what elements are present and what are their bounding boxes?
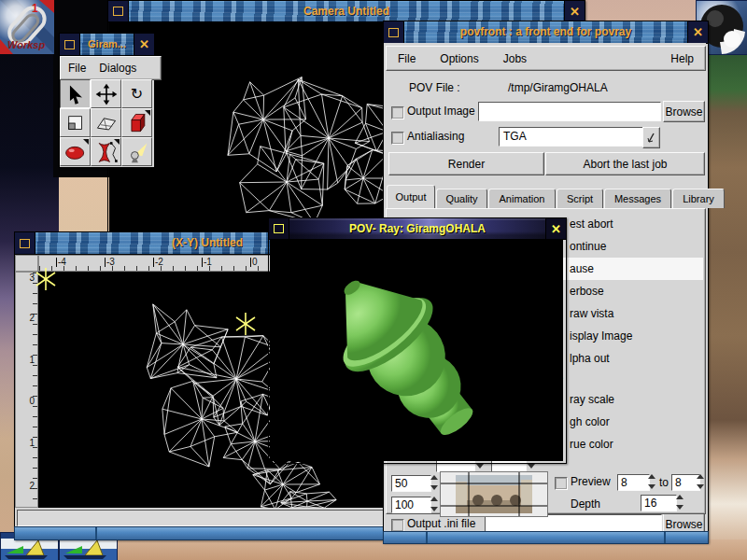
output-image-label: Output Image	[407, 105, 475, 118]
tab-output[interactable]: Output	[387, 185, 435, 208]
tab-script[interactable]: Script	[557, 189, 603, 208]
render-window: POV- Ray: GiramgOHALA ✕	[268, 217, 567, 464]
select-tool-button[interactable]	[60, 79, 91, 108]
ruler-label: 1	[29, 356, 35, 365]
output-ini-checkbox[interactable]	[391, 519, 404, 532]
scale-icon	[63, 111, 88, 135]
render-canvas[interactable]	[270, 239, 563, 461]
depth-label: Depth	[571, 497, 600, 511]
menu-file[interactable]: File	[68, 62, 86, 75]
background-cliff	[705, 0, 747, 560]
close-button[interactable]: ✕	[564, 1, 585, 21]
miniaturize-button[interactable]	[15, 232, 35, 254]
light-source-icon	[234, 313, 257, 335]
submenu-corner	[114, 139, 120, 145]
preview-photo	[441, 472, 547, 516]
light-icon	[124, 140, 150, 164]
tab-library[interactable]: Library	[672, 189, 725, 208]
box-tool-button[interactable]	[121, 108, 152, 137]
render-titlebar[interactable]: POV- Ray: GiramgOHALA ✕	[269, 218, 566, 240]
menu-jobs[interactable]: Jobs	[503, 52, 527, 65]
close-button[interactable]: ✕	[134, 34, 154, 55]
ruler-label: -1	[202, 258, 212, 267]
close-button[interactable]: ✕	[545, 218, 566, 239]
toolbox-titlebar[interactable]: Giram... ✕	[60, 34, 154, 56]
miniaturize-button[interactable]	[269, 218, 289, 239]
preview-to-label: to	[659, 476, 669, 489]
menu-options[interactable]: Options	[440, 52, 478, 65]
toolbox-window: Giram... ✕ File Dialogs ↻	[59, 33, 155, 168]
lathe-tool-button[interactable]	[91, 137, 121, 166]
move-tool-button[interactable]	[91, 79, 121, 108]
povfront-titlebar[interactable]: povfront : a front end for povray ✕	[384, 21, 708, 44]
output-image-browse-button[interactable]: Browse	[663, 101, 705, 122]
menu-help[interactable]: Help	[670, 52, 694, 65]
render-title: POV- Ray: GiramgOHALA	[289, 218, 545, 239]
desktop: 1 Worksp Camera Untitled ✕ Giram... ✕ Fi…	[0, 0, 747, 560]
light-tool-button[interactable]	[121, 137, 152, 166]
abort-button[interactable]: Abort the last job	[545, 152, 705, 175]
workspace-label: Worksp	[7, 39, 45, 50]
ruler-label: -3	[105, 258, 115, 267]
ruler-label: 0	[250, 258, 258, 267]
tab-messages[interactable]: Messages	[604, 189, 671, 208]
close-icon: ✕	[693, 25, 703, 39]
camera-titlebar[interactable]: Camera Untitled ✕	[108, 1, 585, 22]
close-button[interactable]: ✕	[687, 21, 708, 43]
miniaturize-icon	[274, 224, 284, 233]
spin-arrows[interactable]	[648, 474, 658, 489]
menu-dialogs[interactable]: Dialogs	[99, 62, 136, 75]
camera-title: Camera Untitled	[129, 1, 564, 21]
light-source-icon	[35, 268, 57, 290]
toolbox-title: Giram...	[80, 34, 134, 55]
render-button[interactable]: Render	[388, 152, 544, 175]
tab-animation[interactable]: Animation	[488, 189, 556, 208]
pov-file-label: POV File :	[409, 81, 460, 94]
ruler-label: 1	[29, 439, 35, 448]
miniaturize-button[interactable]	[108, 1, 129, 21]
miniaturize-icon	[64, 40, 75, 49]
width-spinbox[interactable]: 50	[391, 475, 431, 492]
ruler-label: 2	[29, 314, 35, 323]
select-icon	[63, 82, 89, 106]
vertical-ruler: 3 2 1 0 1 2	[15, 272, 38, 508]
plane-tool-button[interactable]	[91, 108, 121, 137]
menu-file[interactable]: File	[398, 52, 416, 65]
antialiasing-checkbox[interactable]	[391, 132, 404, 145]
workspace-clip[interactable]: 1 Worksp	[0, 0, 54, 54]
close-icon: ✕	[139, 37, 149, 51]
ruler-label: -4	[56, 258, 66, 267]
move-icon	[94, 82, 119, 106]
preview-checkbox[interactable]	[555, 477, 568, 490]
output-image-checkbox[interactable]	[391, 106, 404, 119]
resize-notch	[95, 527, 97, 539]
ruler-label: 0	[29, 397, 35, 406]
povfront-menubar: File Options Jobs Help	[386, 46, 706, 71]
depth-spinbox[interactable]: 16	[641, 495, 677, 511]
miniaturize-icon	[388, 28, 399, 37]
spin-arrows[interactable]	[676, 495, 686, 510]
rotate-icon: ↻	[131, 87, 143, 102]
render-region-preview[interactable]	[440, 471, 548, 517]
scale-tool-button[interactable]	[60, 108, 91, 137]
rotate-tool-button[interactable]: ↻	[121, 79, 152, 108]
ruler-label: -2	[153, 258, 163, 267]
sphere-tool-button[interactable]	[60, 137, 91, 166]
preview-from-spinbox[interactable]: 8	[617, 474, 650, 491]
resize-notch	[426, 532, 428, 543]
tab-strip: Output Quality Animation Script Messages…	[387, 184, 726, 208]
miniaturize-button[interactable]	[384, 21, 404, 43]
format-combo[interactable]: TGA	[499, 127, 646, 147]
submenu-corner	[83, 139, 89, 145]
tab-quality[interactable]: Quality	[436, 189, 487, 208]
format-combo-arrow[interactable]	[642, 127, 660, 148]
resize-bar[interactable]	[383, 531, 709, 544]
output-image-input[interactable]	[478, 102, 661, 121]
antialiasing-label: Antialiasing	[407, 130, 464, 143]
miniaturize-icon	[20, 239, 30, 248]
spin-arrows[interactable]	[697, 474, 707, 489]
miniaturize-button[interactable]	[60, 34, 80, 55]
height-spinbox[interactable]: 100	[391, 497, 431, 513]
resize-bar[interactable]	[14, 526, 408, 540]
resize-notch	[664, 532, 666, 543]
